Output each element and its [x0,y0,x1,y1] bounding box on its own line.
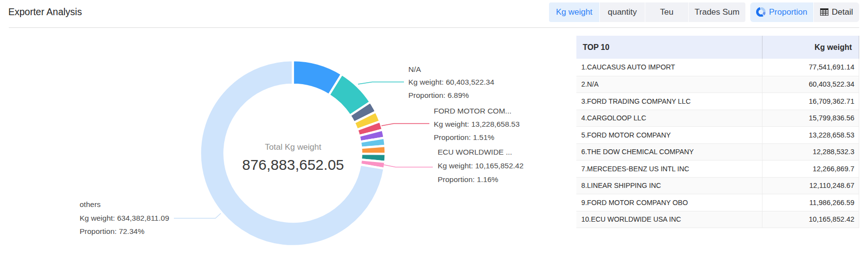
svg-text:N/A: N/A [408,65,422,73]
svg-text:Proportion: 1.51%: Proportion: 1.51% [434,133,494,141]
svg-text:FORD MOTOR COM...: FORD MOTOR COM... [434,107,511,115]
svg-text:Kg weight: 13,228,658.53: Kg weight: 13,228,658.53 [434,120,520,128]
svg-text:Kg weight: 60,403,522.34: Kg weight: 60,403,522.34 [408,78,494,86]
svg-text:Total Kg weight: Total Kg weight [265,142,321,152]
svg-text:Proportion: 1.16%: Proportion: 1.16% [438,175,498,184]
svg-text:Proportion: 6.89%: Proportion: 6.89% [408,91,469,99]
svg-text:Kg weight: 10,165,852.42: Kg weight: 10,165,852.42 [438,161,524,170]
svg-text:876,883,652.05: 876,883,652.05 [242,157,344,173]
svg-text:Kg weight: 634,382,811.09: Kg weight: 634,382,811.09 [80,214,169,222]
svg-text:others: others [80,200,101,208]
svg-text:ECU WORLDWIDE ...: ECU WORLDWIDE ... [438,148,512,156]
svg-text:Proportion: 72.34%: Proportion: 72.34% [80,227,145,235]
